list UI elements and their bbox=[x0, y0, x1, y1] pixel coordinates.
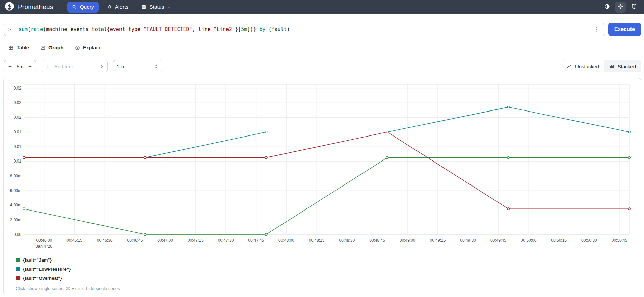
svg-text:00:49:00: 00:49:00 bbox=[400, 238, 415, 243]
selector-icon bbox=[154, 64, 159, 69]
search-icon bbox=[72, 4, 77, 10]
chevron-right-icon[interactable] bbox=[99, 64, 104, 69]
query-tokens: sum(rate(machine_events_total{event_type… bbox=[19, 26, 290, 32]
svg-text:00:48:45: 00:48:45 bbox=[369, 238, 385, 243]
navbar-actions bbox=[601, 2, 639, 13]
tab-graph[interactable]: Graph bbox=[35, 42, 69, 54]
brand[interactable]: Prometheus bbox=[5, 2, 53, 13]
stacked-label: Stacked bbox=[618, 64, 636, 69]
nav-status[interactable]: Status bbox=[137, 2, 176, 13]
text-caret bbox=[18, 26, 18, 33]
graph-icon bbox=[40, 45, 46, 51]
info-circle-icon bbox=[75, 45, 80, 51]
legend-label: {fault="Jam"} bbox=[23, 257, 52, 263]
tab-explain-label: Explain bbox=[83, 45, 100, 51]
range-increase-button[interactable]: + bbox=[26, 61, 34, 71]
svg-text:00:50:15: 00:50:15 bbox=[551, 238, 567, 243]
svg-text:00:50:45: 00:50:45 bbox=[612, 238, 627, 243]
svg-text:4.00m: 4.00m bbox=[10, 203, 21, 207]
end-time-picker bbox=[42, 60, 108, 72]
svg-text:0.01: 0.01 bbox=[14, 159, 22, 164]
range-value[interactable]: 5m bbox=[15, 64, 25, 69]
navbar: Prometheus Query Alerts bbox=[0, 0, 644, 14]
main-nav: Query Alerts Status bbox=[67, 2, 601, 13]
contrast-icon bbox=[604, 3, 610, 11]
gear-icon bbox=[617, 3, 624, 11]
svg-text:00:47:45: 00:47:45 bbox=[248, 238, 264, 243]
legend-item[interactable]: {fault="LowPressure"} bbox=[16, 267, 636, 272]
svg-text:8.00m: 8.00m bbox=[10, 174, 21, 178]
svg-text:00:46:00: 00:46:00 bbox=[36, 238, 52, 243]
range-decrease-button[interactable]: − bbox=[6, 61, 14, 71]
terminal-prompt-icon: >_ bbox=[8, 27, 14, 32]
bell-icon bbox=[107, 4, 112, 10]
svg-text:2.00m: 2.00m bbox=[10, 218, 21, 222]
nav-alerts-label: Alerts bbox=[115, 4, 129, 10]
chart-legend: {fault="Jam"}{fault="LowPressure"}{fault… bbox=[16, 257, 636, 281]
svg-text:0.01: 0.01 bbox=[14, 144, 22, 149]
settings-button[interactable] bbox=[615, 2, 626, 13]
resolution-select[interactable]: 1m bbox=[113, 60, 162, 72]
chart-svg[interactable]: 0.002.00m4.00m6.00m8.00m0.010.010.010.02… bbox=[8, 82, 636, 251]
svg-text:00:49:45: 00:49:45 bbox=[490, 238, 506, 243]
svg-text:Jan 4 '26: Jan 4 '26 bbox=[36, 244, 53, 249]
svg-text:0.02: 0.02 bbox=[14, 115, 22, 120]
svg-text:00:47:00: 00:47:00 bbox=[157, 238, 173, 243]
stacking-toggle: Unstacked Stacked bbox=[562, 60, 641, 72]
legend-swatch bbox=[16, 276, 20, 280]
chevron-left-icon[interactable] bbox=[45, 64, 50, 69]
query-row: >_ sum(rate(machine_events_total{event_t… bbox=[4, 23, 641, 36]
range-selector: − 5m + bbox=[4, 60, 36, 72]
theme-toggle-button[interactable] bbox=[601, 2, 612, 13]
svg-text:00:46:30: 00:46:30 bbox=[97, 238, 113, 243]
svg-text:00:50:00: 00:50:00 bbox=[521, 238, 537, 243]
svg-text:0.01: 0.01 bbox=[14, 130, 22, 134]
svg-text:6.00m: 6.00m bbox=[10, 188, 21, 193]
svg-text:0.00: 0.00 bbox=[14, 232, 22, 237]
brand-title: Prometheus bbox=[18, 3, 53, 11]
end-time-input[interactable] bbox=[54, 64, 95, 69]
svg-text:00:48:30: 00:48:30 bbox=[339, 238, 355, 243]
svg-text:00:50:30: 00:50:30 bbox=[581, 238, 597, 243]
legend-item[interactable]: {fault="Overheat"} bbox=[16, 276, 636, 281]
nav-status-label: Status bbox=[149, 4, 164, 10]
table-icon bbox=[8, 45, 14, 51]
query-expression[interactable]: sum(rate(machine_events_total{event_type… bbox=[18, 26, 589, 33]
tab-explain[interactable]: Explain bbox=[70, 42, 105, 54]
execute-button[interactable]: Execute bbox=[608, 23, 641, 36]
area-chart-icon bbox=[609, 64, 615, 69]
docs-button[interactable] bbox=[628, 2, 639, 13]
query-input[interactable]: >_ sum(rate(machine_events_total{event_t… bbox=[4, 23, 605, 36]
legend-label: {fault="Overheat"} bbox=[23, 276, 62, 281]
tab-table-label: Table bbox=[17, 45, 29, 51]
svg-text:00:48:15: 00:48:15 bbox=[309, 238, 325, 243]
svg-text:00:47:15: 00:47:15 bbox=[188, 238, 204, 243]
svg-text:0.02: 0.02 bbox=[14, 100, 22, 105]
kebab-menu-icon[interactable]: ⋮ bbox=[593, 26, 600, 33]
nav-query[interactable]: Query bbox=[67, 2, 98, 13]
view-tabs: Table Graph Explain bbox=[0, 42, 644, 54]
legend-item[interactable]: {fault="Jam"} bbox=[16, 257, 636, 263]
legend-hint: Click: show single series, ⌘ + click: hi… bbox=[16, 286, 636, 291]
legend-label: {fault="LowPressure"} bbox=[23, 267, 71, 272]
svg-text:00:46:15: 00:46:15 bbox=[66, 238, 82, 243]
book-icon bbox=[631, 3, 637, 11]
tab-table[interactable]: Table bbox=[3, 42, 34, 54]
unstacked-label: Unstacked bbox=[575, 64, 599, 69]
nav-alerts[interactable]: Alerts bbox=[103, 2, 133, 13]
line-chart-icon bbox=[567, 64, 572, 69]
legend-swatch bbox=[16, 258, 20, 262]
tab-graph-label: Graph bbox=[48, 45, 64, 51]
legend-swatch bbox=[16, 267, 20, 271]
stacked-button[interactable]: Stacked bbox=[604, 60, 641, 72]
resolution-value: 1m bbox=[117, 64, 124, 69]
svg-text:00:49:15: 00:49:15 bbox=[430, 238, 446, 243]
unstacked-button[interactable]: Unstacked bbox=[562, 60, 604, 72]
svg-text:00:49:30: 00:49:30 bbox=[460, 238, 476, 243]
graph-panel: 0.002.00m4.00m6.00m8.00m0.010.010.010.02… bbox=[3, 78, 641, 295]
nav-query-label: Query bbox=[80, 4, 94, 10]
svg-text:00:47:30: 00:47:30 bbox=[218, 238, 234, 243]
svg-text:00:46:45: 00:46:45 bbox=[127, 238, 143, 243]
chevron-down-icon bbox=[167, 5, 171, 9]
prometheus-logo-icon bbox=[5, 2, 14, 13]
